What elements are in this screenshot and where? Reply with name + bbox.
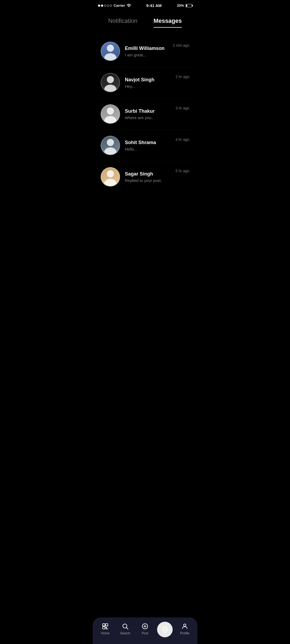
messages-list: Emilli Williamson I am great... 2 min ag… xyxy=(93,30,197,192)
signal-dots xyxy=(98,5,112,7)
svg-point-8 xyxy=(104,148,116,155)
avatar-container-sagar xyxy=(101,167,120,186)
message-name-navjot: Navjot Singh xyxy=(125,77,171,83)
svg-point-9 xyxy=(107,170,114,177)
svg-point-0 xyxy=(129,6,129,7)
status-right: 20% xyxy=(177,3,192,8)
person-svg-surbi xyxy=(101,104,119,124)
svg-point-7 xyxy=(107,139,114,146)
tab-bar: Notification Messages xyxy=(93,12,197,28)
message-time-surbi: 3 hr ago xyxy=(176,106,189,110)
message-preview-sagar: Replied to your post. xyxy=(125,178,171,183)
message-content-surbi: Surbi Thakur Where are you.. xyxy=(125,108,171,120)
avatar-container-sohit xyxy=(101,136,120,155)
battery-icon xyxy=(186,4,192,7)
svg-point-10 xyxy=(104,179,116,186)
avatar-container-surbi xyxy=(101,104,120,124)
message-time-emilli: 2 min ago xyxy=(173,43,189,47)
signal-dot-3 xyxy=(104,5,106,7)
status-bar: Carrier 9:41 AM 20% xyxy=(93,0,197,9)
person-svg-sohit xyxy=(101,136,119,155)
message-preview-navjot: Hey... xyxy=(125,84,171,89)
message-time-sohit: 4 hr ago xyxy=(176,137,189,142)
message-time-sagar: 5 hr ago xyxy=(176,169,189,173)
svg-point-3 xyxy=(107,76,114,83)
message-content-sagar: Sagar Singh Replied to your post. xyxy=(125,171,171,183)
message-item-surbi[interactable]: Surbi Thakur Where are you.. 3 hr ago xyxy=(98,98,192,130)
person-svg-navjot xyxy=(101,73,119,92)
message-time-navjot: 2 hr ago xyxy=(176,75,189,79)
person-svg-sagar xyxy=(101,167,119,186)
svg-point-5 xyxy=(107,107,114,114)
battery-fill xyxy=(186,5,187,7)
signal-dot-2 xyxy=(101,5,103,7)
svg-point-1 xyxy=(107,45,114,52)
message-item-navjot[interactable]: Navjot Singh Hey... 2 hr ago xyxy=(98,67,192,98)
avatar-sagar xyxy=(101,167,120,186)
message-name-emilli: Emilli Williamson xyxy=(125,46,168,51)
message-content-emilli: Emilli Williamson I am great... xyxy=(125,46,168,57)
message-preview-emilli: I am great... xyxy=(125,53,168,57)
message-name-surbi: Surbi Thakur xyxy=(125,108,171,114)
status-time: 9:41 AM xyxy=(146,3,162,8)
signal-dot-4 xyxy=(107,5,109,7)
message-name-sagar: Sagar Singh xyxy=(125,171,171,177)
message-item-emilli[interactable]: Emilli Williamson I am great... 2 min ag… xyxy=(98,36,192,67)
svg-point-2 xyxy=(104,53,116,61)
svg-point-4 xyxy=(104,85,116,92)
avatar-navjot xyxy=(101,73,120,92)
carrier-label: Carrier xyxy=(114,3,125,8)
avatar-container-emilli xyxy=(101,42,120,61)
message-preview-surbi: Where are you.. xyxy=(125,115,171,120)
signal-dot-5 xyxy=(110,5,112,7)
signal-dot-1 xyxy=(98,5,100,7)
message-name-sohit: Sohit Shrama xyxy=(125,140,171,145)
avatar-container-navjot xyxy=(101,73,120,92)
avatar-surbi xyxy=(101,104,120,124)
svg-point-6 xyxy=(104,116,116,124)
status-left: Carrier xyxy=(98,3,131,8)
tab-notification[interactable]: Notification xyxy=(108,17,137,28)
battery-percent: 20% xyxy=(177,3,184,8)
avatar-sohit xyxy=(101,136,120,155)
message-content-navjot: Navjot Singh Hey... xyxy=(125,77,171,89)
message-preview-sohit: Hello... xyxy=(125,147,171,151)
person-svg-emilli xyxy=(101,42,119,61)
wifi-icon xyxy=(127,3,131,8)
message-item-sohit[interactable]: Sohit Shrama Hello... 4 hr ago xyxy=(98,130,192,161)
avatar-emilli xyxy=(101,42,120,61)
message-content-sohit: Sohit Shrama Hello... xyxy=(125,140,171,151)
message-item-sagar[interactable]: Sagar Singh Replied to your post. 5 hr a… xyxy=(98,161,192,192)
tab-messages[interactable]: Messages xyxy=(154,17,182,28)
